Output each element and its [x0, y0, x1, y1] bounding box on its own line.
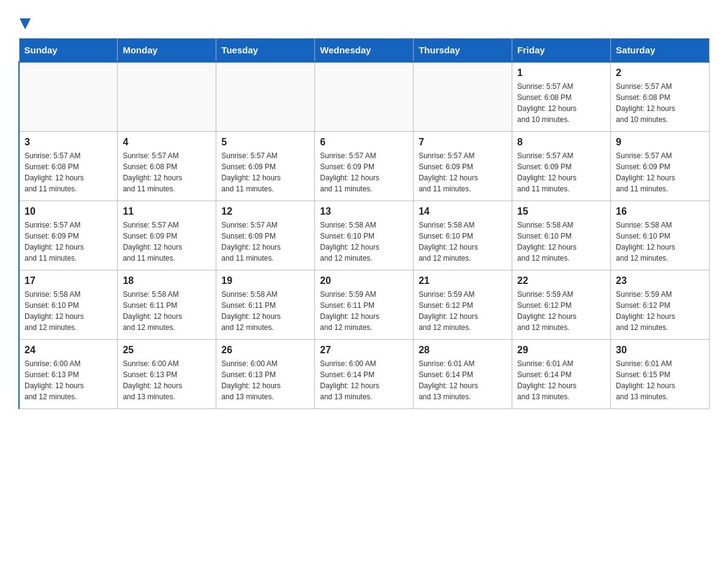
calendar-day-cell [19, 62, 118, 132]
calendar-day-cell: 18Sunrise: 5:58 AM Sunset: 6:11 PM Dayli… [118, 270, 216, 340]
calendar-day-cell: 8Sunrise: 5:57 AM Sunset: 6:09 PM Daylig… [512, 132, 611, 201]
calendar-day-cell: 29Sunrise: 6:01 AM Sunset: 6:14 PM Dayli… [512, 340, 611, 409]
weekday-header-row: SundayMondayTuesdayWednesdayThursdayFrid… [19, 39, 710, 63]
calendar-day-cell: 26Sunrise: 6:00 AM Sunset: 6:13 PM Dayli… [216, 340, 315, 409]
day-info: Sunrise: 5:58 AM Sunset: 6:10 PM Dayligh… [320, 220, 408, 264]
day-info: Sunrise: 5:57 AM Sunset: 6:09 PM Dayligh… [616, 150, 704, 194]
day-number: 19 [221, 275, 309, 286]
day-number: 26 [221, 345, 309, 356]
day-info: Sunrise: 5:58 AM Sunset: 6:10 PM Dayligh… [419, 220, 507, 264]
logo-triangle-icon [20, 18, 31, 29]
calendar-day-cell: 25Sunrise: 6:00 AM Sunset: 6:13 PM Dayli… [118, 340, 216, 409]
calendar-week-row: 17Sunrise: 5:58 AM Sunset: 6:10 PM Dayli… [19, 270, 710, 340]
day-number: 13 [320, 206, 408, 217]
day-number: 30 [616, 345, 704, 356]
day-number: 16 [616, 206, 704, 217]
day-number: 5 [221, 137, 309, 148]
calendar-day-cell: 11Sunrise: 5:57 AM Sunset: 6:09 PM Dayli… [118, 201, 216, 270]
calendar-day-cell: 4Sunrise: 5:57 AM Sunset: 6:08 PM Daylig… [118, 132, 216, 201]
day-number: 11 [123, 206, 211, 217]
calendar-day-cell: 23Sunrise: 5:59 AM Sunset: 6:12 PM Dayli… [611, 270, 710, 340]
day-number: 6 [320, 137, 408, 148]
day-number: 4 [123, 137, 211, 148]
svg-marker-0 [20, 18, 31, 29]
day-number: 24 [25, 345, 112, 356]
day-info: Sunrise: 5:58 AM Sunset: 6:10 PM Dayligh… [616, 220, 704, 264]
day-info: Sunrise: 5:58 AM Sunset: 6:10 PM Dayligh… [517, 220, 605, 264]
day-number: 21 [419, 275, 507, 286]
calendar-day-cell: 24Sunrise: 6:00 AM Sunset: 6:13 PM Dayli… [19, 340, 118, 409]
calendar-day-cell: 15Sunrise: 5:58 AM Sunset: 6:10 PM Dayli… [512, 201, 611, 270]
day-info: Sunrise: 5:57 AM Sunset: 6:09 PM Dayligh… [25, 220, 112, 264]
day-number: 20 [320, 275, 408, 286]
day-number: 17 [25, 275, 112, 286]
day-info: Sunrise: 5:57 AM Sunset: 6:08 PM Dayligh… [123, 150, 211, 194]
day-number: 22 [517, 275, 605, 286]
calendar-day-cell: 21Sunrise: 5:59 AM Sunset: 6:12 PM Dayli… [414, 270, 512, 340]
calendar-day-cell [315, 62, 414, 132]
calendar-table: SundayMondayTuesdayWednesdayThursdayFrid… [18, 38, 710, 409]
day-info: Sunrise: 5:57 AM Sunset: 6:08 PM Dayligh… [25, 150, 112, 194]
day-info: Sunrise: 5:59 AM Sunset: 6:11 PM Dayligh… [320, 289, 408, 333]
day-number: 25 [123, 345, 211, 356]
weekday-header-tuesday: Tuesday [216, 39, 315, 63]
day-number: 9 [616, 137, 704, 148]
day-number: 2 [616, 67, 704, 79]
day-number: 18 [123, 275, 211, 286]
calendar-day-cell: 9Sunrise: 5:57 AM Sunset: 6:09 PM Daylig… [611, 132, 710, 201]
day-info: Sunrise: 5:57 AM Sunset: 6:09 PM Dayligh… [320, 150, 408, 194]
calendar-day-cell: 2Sunrise: 5:57 AM Sunset: 6:08 PM Daylig… [611, 62, 710, 132]
calendar-day-cell: 20Sunrise: 5:59 AM Sunset: 6:11 PM Dayli… [315, 270, 414, 340]
day-info: Sunrise: 5:57 AM Sunset: 6:08 PM Dayligh… [616, 81, 704, 125]
weekday-header-sunday: Sunday [19, 39, 118, 63]
day-number: 7 [419, 137, 507, 148]
calendar-day-cell: 17Sunrise: 5:58 AM Sunset: 6:10 PM Dayli… [19, 270, 118, 340]
day-info: Sunrise: 6:00 AM Sunset: 6:14 PM Dayligh… [320, 358, 408, 402]
day-info: Sunrise: 6:01 AM Sunset: 6:15 PM Dayligh… [616, 358, 704, 402]
calendar-day-cell: 19Sunrise: 5:58 AM Sunset: 6:11 PM Dayli… [216, 270, 315, 340]
day-info: Sunrise: 5:59 AM Sunset: 6:12 PM Dayligh… [419, 289, 507, 333]
day-number: 28 [419, 345, 507, 356]
weekday-header-thursday: Thursday [414, 39, 512, 63]
day-number: 23 [616, 275, 704, 286]
calendar-day-cell: 22Sunrise: 5:59 AM Sunset: 6:12 PM Dayli… [512, 270, 611, 340]
day-info: Sunrise: 6:00 AM Sunset: 6:13 PM Dayligh… [25, 358, 112, 402]
day-info: Sunrise: 5:57 AM Sunset: 6:09 PM Dayligh… [419, 150, 507, 194]
day-info: Sunrise: 6:01 AM Sunset: 6:14 PM Dayligh… [517, 358, 605, 402]
calendar-day-cell: 16Sunrise: 5:58 AM Sunset: 6:10 PM Dayli… [611, 201, 710, 270]
day-info: Sunrise: 5:57 AM Sunset: 6:09 PM Dayligh… [517, 150, 605, 194]
day-number: 27 [320, 345, 408, 356]
weekday-header-wednesday: Wednesday [315, 39, 414, 63]
calendar-week-row: 24Sunrise: 6:00 AM Sunset: 6:13 PM Dayli… [19, 340, 710, 409]
day-number: 10 [25, 206, 112, 217]
day-info: Sunrise: 5:57 AM Sunset: 6:08 PM Dayligh… [517, 81, 605, 125]
calendar-day-cell: 3Sunrise: 5:57 AM Sunset: 6:08 PM Daylig… [19, 132, 118, 201]
day-info: Sunrise: 5:59 AM Sunset: 6:12 PM Dayligh… [517, 289, 605, 333]
calendar-week-row: 1Sunrise: 5:57 AM Sunset: 6:08 PM Daylig… [19, 62, 710, 132]
day-info: Sunrise: 6:00 AM Sunset: 6:13 PM Dayligh… [123, 358, 211, 402]
calendar-day-cell: 13Sunrise: 5:58 AM Sunset: 6:10 PM Dayli… [315, 201, 414, 270]
calendar-day-cell: 5Sunrise: 5:57 AM Sunset: 6:09 PM Daylig… [216, 132, 315, 201]
day-number: 12 [221, 206, 309, 217]
calendar-day-cell [118, 62, 216, 132]
day-number: 29 [517, 345, 605, 356]
calendar-day-cell: 6Sunrise: 5:57 AM Sunset: 6:09 PM Daylig… [315, 132, 414, 201]
day-info: Sunrise: 5:57 AM Sunset: 6:09 PM Dayligh… [221, 150, 309, 194]
day-info: Sunrise: 6:01 AM Sunset: 6:14 PM Dayligh… [419, 358, 507, 402]
calendar-day-cell [414, 62, 512, 132]
calendar-day-cell: 10Sunrise: 5:57 AM Sunset: 6:09 PM Dayli… [19, 201, 118, 270]
day-info: Sunrise: 5:58 AM Sunset: 6:11 PM Dayligh… [123, 289, 211, 333]
day-number: 1 [517, 67, 605, 79]
calendar-day-cell [216, 62, 315, 132]
calendar-day-cell: 1Sunrise: 5:57 AM Sunset: 6:08 PM Daylig… [512, 62, 611, 132]
day-info: Sunrise: 5:59 AM Sunset: 6:12 PM Dayligh… [616, 289, 704, 333]
weekday-header-saturday: Saturday [611, 39, 710, 63]
day-info: Sunrise: 5:57 AM Sunset: 6:09 PM Dayligh… [221, 220, 309, 264]
weekday-header-monday: Monday [118, 39, 216, 63]
calendar-day-cell: 14Sunrise: 5:58 AM Sunset: 6:10 PM Dayli… [414, 201, 512, 270]
day-number: 3 [25, 137, 112, 148]
calendar-day-cell: 12Sunrise: 5:57 AM Sunset: 6:09 PM Dayli… [216, 201, 315, 270]
calendar-day-cell: 28Sunrise: 6:01 AM Sunset: 6:14 PM Dayli… [414, 340, 512, 409]
day-info: Sunrise: 5:58 AM Sunset: 6:11 PM Dayligh… [221, 289, 309, 333]
day-info: Sunrise: 6:00 AM Sunset: 6:13 PM Dayligh… [221, 358, 309, 402]
